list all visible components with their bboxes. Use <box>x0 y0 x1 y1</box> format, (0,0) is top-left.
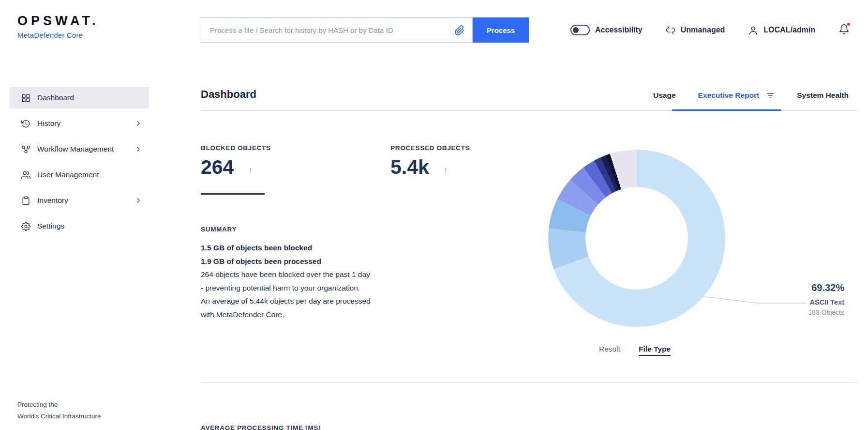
summary-line: - preventing potential harm to your orga… <box>201 281 371 295</box>
brand-logo[interactable]: OPSWAT. MetaDefender Core <box>17 14 99 39</box>
summary-line: 1.9 GB of objects been processed <box>201 255 371 268</box>
sidebar-item-label: User Management <box>37 170 99 179</box>
summary-line: An average of 5.44k objects per day are … <box>201 294 371 308</box>
chevron-right-icon <box>135 197 142 204</box>
users-icon <box>21 170 30 180</box>
trend-up-icon: ↑ <box>444 166 448 177</box>
footer-line-2: World's Critical Infrastructure <box>17 411 101 422</box>
callout-label: ASCII Text <box>808 298 844 306</box>
sidebar-item-label: Settings <box>37 222 64 230</box>
sidebar-item-workflow-management[interactable]: Workflow Management <box>10 138 149 160</box>
stat-label: BLOCKED OBJECTS <box>201 144 271 152</box>
unmanaged-button[interactable]: Unmanaged <box>666 25 725 35</box>
toggle-result[interactable]: Result <box>599 345 620 353</box>
sidebar-item-label: Inventory <box>37 196 68 205</box>
footer-line-1: Protecting the <box>17 399 101 411</box>
stat-blocked-objects[interactable]: BLOCKED OBJECTS 264 ↑ <box>201 144 271 177</box>
process-button[interactable]: Process <box>473 17 529 43</box>
gear-icon <box>21 222 30 231</box>
search-box <box>201 17 473 43</box>
user-menu[interactable]: LOCAL/admin <box>748 25 815 35</box>
tab-label: System Health <box>797 91 849 100</box>
tab-system-health[interactable]: System Health <box>797 91 849 100</box>
unlink-icon <box>666 25 675 35</box>
tab-executive-report[interactable]: Executive Report <box>698 91 775 100</box>
notifications-button[interactable] <box>838 24 850 37</box>
filter-icon[interactable] <box>766 91 775 100</box>
sidebar-item-dashboard[interactable]: Dashboard <box>10 87 149 108</box>
summary-heading: SUMMARY <box>201 226 237 233</box>
sidebar-item-history[interactable]: History <box>10 113 149 134</box>
product-name: MetaDefender Core <box>17 31 99 39</box>
callout-percent: 69.32% <box>808 282 844 293</box>
history-icon <box>21 119 30 128</box>
page-title: Dashboard <box>201 88 256 101</box>
workflow-icon <box>21 145 30 154</box>
toggle-file-type[interactable]: File Type <box>639 345 671 356</box>
summary-text: 1.5 GB of objects been blocked 1.9 GB of… <box>201 241 371 321</box>
search-input[interactable] <box>201 26 438 34</box>
stat-label: PROCESSED OBJECTS <box>390 144 470 152</box>
global-search-row: Process <box>201 17 529 43</box>
donut-chart[interactable] <box>548 150 725 327</box>
grid-icon <box>21 93 30 103</box>
paperclip-icon[interactable] <box>454 25 465 38</box>
sidebar-item-user-management[interactable]: User Management <box>10 164 149 185</box>
accessibility-toggle[interactable] <box>570 25 590 35</box>
header-actions: Accessibility Unmanaged LOCAL/admin <box>570 17 850 43</box>
toggle-knob-icon <box>573 27 579 33</box>
summary-line: with MetaDefender Core. <box>201 308 371 322</box>
unmanaged-label: Unmanaged <box>681 26 725 34</box>
slice-callout: 69.32% ASCII Text 183 Objects <box>808 282 844 316</box>
stat-value: 264 <box>201 157 234 177</box>
sidebar-item-label: History <box>37 119 60 128</box>
sidebar: Dashboard History Workflow Management <box>0 87 150 241</box>
trend-up-icon: ↑ <box>248 166 253 177</box>
clipboard-icon <box>21 196 30 205</box>
sidebar-footer: Protecting the World's Critical Infrastr… <box>17 399 101 422</box>
summary-line: 264 objects have been blocked over the p… <box>201 268 371 281</box>
summary-line: 1.5 GB of objects been blocked <box>201 241 371 255</box>
chart-view-toggle: Result File Type <box>599 345 671 356</box>
user-icon <box>748 25 758 35</box>
stat-processed-objects[interactable]: PROCESSED OBJECTS 5.4k ↑ <box>390 144 470 177</box>
active-tab-indicator <box>672 109 781 111</box>
tab-label: Usage <box>653 91 676 100</box>
section-divider <box>201 382 858 383</box>
sidebar-item-label: Dashboard <box>37 93 74 102</box>
tab-label: Executive Report <box>698 91 760 100</box>
next-section-heading: AVERAGE PROCESSING TIME [MS] <box>201 424 321 430</box>
callout-count: 183 Objects <box>808 308 844 316</box>
metadefender-core-app: OPSWAT. MetaDefender Core Process Access… <box>0 0 868 430</box>
sidebar-item-label: Workflow Management <box>37 145 114 154</box>
sidebar-item-settings[interactable]: Settings <box>10 215 149 237</box>
tab-usage[interactable]: Usage <box>653 91 676 100</box>
accessibility-label: Accessibility <box>595 26 643 34</box>
donut-hole <box>585 187 688 290</box>
opswat-logo: OPSWAT. <box>17 14 99 29</box>
notification-badge <box>846 22 851 27</box>
user-label: LOCAL/admin <box>763 26 815 34</box>
accessibility-toggle-group[interactable]: Accessibility <box>570 25 643 35</box>
sidebar-item-inventory[interactable]: Inventory <box>10 190 149 211</box>
chevron-right-icon <box>135 145 142 153</box>
stat-value: 5.4k <box>390 157 429 177</box>
selected-stat-indicator <box>201 193 265 195</box>
report-tabs: Usage Executive Report System Health <box>653 91 849 100</box>
chevron-right-icon <box>135 120 142 127</box>
